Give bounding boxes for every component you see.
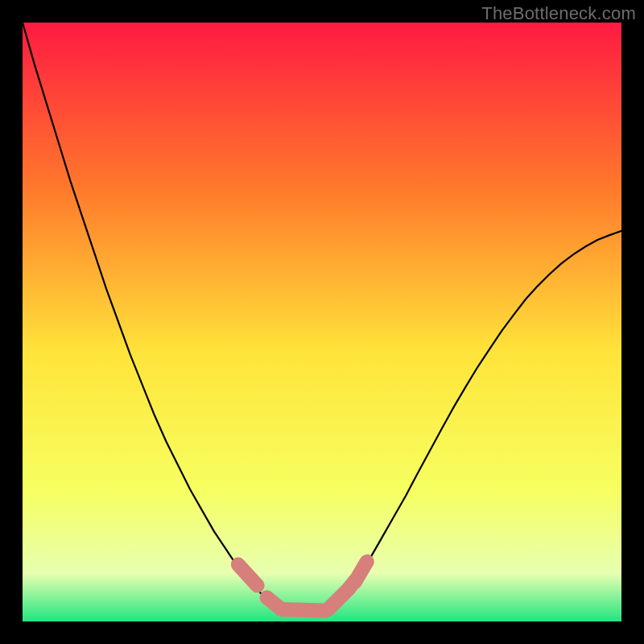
plot-area	[23, 23, 621, 621]
highlight-segment	[281, 609, 324, 610]
watermark-text: TheBottleneck.com	[481, 3, 636, 24]
chart-frame: TheBottleneck.com	[0, 0, 644, 644]
highlight-segment	[355, 562, 367, 582]
chart-svg	[23, 23, 621, 621]
gradient-background	[23, 23, 621, 621]
